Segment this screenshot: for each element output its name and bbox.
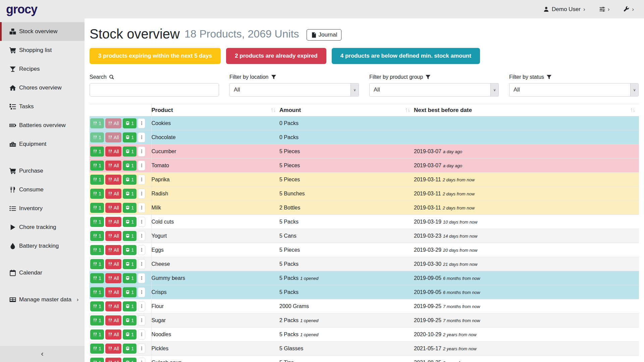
settings-menu[interactable]: › [599, 6, 610, 13]
open-one-button[interactable]: 1 [123, 329, 137, 340]
sidebar-item-chores-overview[interactable]: Chores overview [0, 78, 85, 97]
consume-one-button[interactable]: 1 [90, 245, 104, 255]
open-one-button[interactable]: 1 [123, 175, 137, 185]
consume-one-button[interactable]: 1 [90, 203, 104, 213]
consume-one-button[interactable]: 1 [90, 315, 104, 325]
location-select[interactable]: All∨ [229, 83, 359, 97]
consume-one-button[interactable]: 1 [90, 273, 104, 283]
row-menu-button[interactable] [138, 344, 145, 354]
consume-all-button[interactable]: All [105, 217, 122, 227]
status-badge-2[interactable]: 4 products are below defined min. stock … [332, 48, 480, 64]
open-one-button[interactable]: 1 [123, 245, 137, 255]
consume-all-button[interactable]: All [105, 161, 122, 171]
user-menu[interactable]: Demo User › [543, 6, 585, 13]
consume-one-button[interactable]: 1 [90, 231, 104, 241]
row-menu-button[interactable] [138, 118, 145, 128]
sidebar-item-tasks[interactable]: Tasks [0, 97, 85, 116]
row-menu-button[interactable] [138, 287, 145, 297]
row-menu-button[interactable] [138, 231, 145, 241]
open-one-button[interactable]: 1 [123, 132, 137, 142]
open-one-button[interactable]: 1 [123, 273, 137, 283]
status-select[interactable]: All∨ [509, 83, 639, 97]
sort-icon[interactable] [630, 107, 636, 113]
consume-one-button[interactable]: 1 [90, 146, 104, 157]
admin-menu[interactable]: › [624, 6, 634, 13]
row-menu-button[interactable] [138, 217, 145, 227]
open-one-button[interactable]: 1 [123, 161, 137, 171]
row-menu-button[interactable] [138, 203, 145, 213]
product-column-header[interactable]: Product [151, 104, 279, 116]
row-menu-button[interactable] [138, 175, 145, 185]
consume-all-button[interactable]: All [105, 287, 122, 297]
search-input[interactable] [90, 83, 219, 97]
open-one-button[interactable]: 1 [123, 231, 137, 241]
row-menu-button[interactable] [138, 358, 145, 362]
consume-all-button[interactable]: All [105, 146, 122, 157]
sidebar-item-calendar[interactable]: Calendar [0, 263, 85, 282]
sort-icon[interactable] [405, 107, 411, 113]
sidebar-item-shopping-list[interactable]: Shopping list [0, 41, 85, 60]
consume-one-button[interactable]: 1 [90, 175, 104, 185]
open-one-button[interactable]: 1 [123, 344, 137, 354]
consume-one-button[interactable]: 1 [90, 161, 104, 171]
sidebar-collapse-button[interactable]: ‹ [0, 346, 85, 362]
consume-all-button[interactable]: All [105, 203, 122, 213]
consume-all-button[interactable]: All [105, 315, 122, 325]
consume-all-button[interactable]: All [105, 259, 122, 269]
consume-all-button[interactable]: All [105, 273, 122, 283]
consume-one-button[interactable]: 1 [90, 259, 104, 269]
sidebar-item-manage-master-data[interactable]: Manage master data› [0, 290, 85, 309]
open-one-button[interactable]: 1 [123, 118, 137, 128]
open-one-button[interactable]: 1 [123, 358, 137, 362]
consume-all-button[interactable]: All [105, 344, 122, 354]
consume-one-button[interactable]: 1 [90, 301, 104, 311]
consume-one-button[interactable]: 1 [90, 344, 104, 354]
consume-one-button[interactable]: 1 [90, 189, 104, 199]
date-column-header[interactable]: Next best before date [414, 104, 639, 116]
sidebar-item-purchase[interactable]: Purchase [0, 162, 85, 180]
consume-one-button[interactable]: 1 [90, 287, 104, 297]
sidebar-item-batteries-overview[interactable]: Batteries overview [0, 116, 85, 135]
consume-all-button[interactable]: All [105, 118, 122, 128]
status-badge-1[interactable]: 2 products are already expired [226, 48, 326, 64]
row-menu-button[interactable] [138, 301, 145, 311]
open-one-button[interactable]: 1 [123, 287, 137, 297]
journal-button[interactable]: Journal [307, 29, 342, 41]
sidebar-item-inventory[interactable]: Inventory [0, 199, 85, 218]
open-one-button[interactable]: 1 [123, 315, 137, 325]
consume-one-button[interactable]: 1 [90, 118, 104, 128]
sidebar-item-battery-tracking[interactable]: Battery tracking [0, 237, 85, 255]
consume-all-button[interactable]: All [105, 132, 122, 142]
consume-all-button[interactable]: All [105, 231, 122, 241]
consume-one-button[interactable]: 1 [90, 358, 104, 362]
row-menu-button[interactable] [138, 273, 145, 283]
row-menu-button[interactable] [138, 259, 145, 269]
sidebar-item-stock-overview[interactable]: Stock overview [0, 22, 85, 41]
open-one-button[interactable]: 1 [123, 189, 137, 199]
consume-all-button[interactable]: All [105, 301, 122, 311]
consume-one-button[interactable]: 1 [90, 217, 104, 227]
sidebar-item-recipes[interactable]: Recipes [0, 60, 85, 78]
open-one-button[interactable]: 1 [123, 146, 137, 157]
consume-all-button[interactable]: All [105, 189, 122, 199]
product-group-select[interactable]: All∨ [369, 83, 499, 97]
amount-column-header[interactable]: Amount [279, 104, 414, 116]
sidebar-item-equipment[interactable]: Equipment [0, 135, 85, 154]
consume-all-button[interactable]: All [105, 175, 122, 185]
row-menu-button[interactable] [138, 161, 145, 171]
sort-icon[interactable] [270, 107, 276, 113]
consume-all-button[interactable]: All [105, 245, 122, 255]
open-one-button[interactable]: 1 [123, 217, 137, 227]
consume-all-button[interactable]: All [105, 329, 122, 340]
consume-one-button[interactable]: 1 [90, 132, 104, 142]
row-menu-button[interactable] [138, 245, 145, 255]
consume-all-button[interactable]: All [105, 358, 122, 362]
sidebar-item-chore-tracking[interactable]: Chore tracking [0, 218, 85, 237]
open-one-button[interactable]: 1 [123, 301, 137, 311]
row-menu-button[interactable] [138, 146, 145, 157]
row-menu-button[interactable] [138, 315, 145, 325]
row-menu-button[interactable] [138, 329, 145, 340]
open-one-button[interactable]: 1 [123, 203, 137, 213]
open-one-button[interactable]: 1 [123, 259, 137, 269]
row-menu-button[interactable] [138, 189, 145, 199]
